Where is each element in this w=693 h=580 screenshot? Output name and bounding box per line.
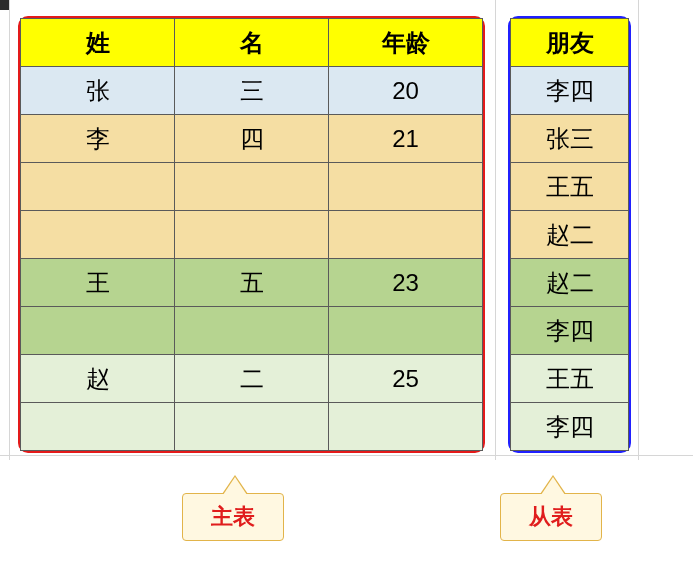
main-cell [329, 403, 483, 451]
main-cell [21, 307, 175, 355]
main-cell: 三 [175, 67, 329, 115]
side-row: 赵二 [511, 259, 629, 307]
main-cell: 20 [329, 67, 483, 115]
main-row: 王五23 [21, 259, 483, 307]
side-row: 王五 [511, 163, 629, 211]
main-table-callout: 主表 [182, 493, 284, 541]
main-cell [175, 211, 329, 259]
main-cell [175, 307, 329, 355]
main-cell [21, 211, 175, 259]
main-row [21, 403, 483, 451]
side-row: 李四 [511, 307, 629, 355]
main-cell: 二 [175, 355, 329, 403]
main-cell [175, 403, 329, 451]
side-cell: 赵二 [511, 259, 629, 307]
side-row: 赵二 [511, 211, 629, 259]
side-header-0: 朋友 [511, 19, 629, 67]
side-table-frame: 朋友李四张三王五赵二赵二李四王五李四 [508, 16, 631, 453]
main-cell [21, 403, 175, 451]
side-table: 朋友李四张三王五赵二赵二李四王五李四 [510, 18, 629, 451]
main-cell: 23 [329, 259, 483, 307]
side-table-callout-label: 从表 [529, 504, 573, 529]
main-row: 赵二25 [21, 355, 483, 403]
main-row [21, 163, 483, 211]
side-cell: 王五 [511, 355, 629, 403]
main-cell: 赵 [21, 355, 175, 403]
side-row: 李四 [511, 403, 629, 451]
main-cell: 25 [329, 355, 483, 403]
main-header-0: 姓 [21, 19, 175, 67]
side-row: 李四 [511, 67, 629, 115]
side-row: 王五 [511, 355, 629, 403]
main-header-1: 名 [175, 19, 329, 67]
main-cell: 张 [21, 67, 175, 115]
main-cell: 王 [21, 259, 175, 307]
main-table-callout-label: 主表 [211, 504, 255, 529]
main-row: 张三20 [21, 67, 483, 115]
side-cell: 李四 [511, 67, 629, 115]
main-cell: 五 [175, 259, 329, 307]
main-cell [329, 211, 483, 259]
side-cell: 赵二 [511, 211, 629, 259]
main-row [21, 307, 483, 355]
main-row [21, 211, 483, 259]
side-cell: 王五 [511, 163, 629, 211]
main-cell [329, 307, 483, 355]
main-cell: 四 [175, 115, 329, 163]
main-table: 姓名年龄张三20李四21王五23赵二25 [20, 18, 483, 451]
main-cell [175, 163, 329, 211]
side-table-callout: 从表 [500, 493, 602, 541]
main-cell [21, 163, 175, 211]
main-header-2: 年龄 [329, 19, 483, 67]
main-table-frame: 姓名年龄张三20李四21王五23赵二25 [18, 16, 485, 453]
main-row: 李四21 [21, 115, 483, 163]
side-cell: 李四 [511, 403, 629, 451]
side-cell: 李四 [511, 307, 629, 355]
main-cell [329, 163, 483, 211]
main-cell: 21 [329, 115, 483, 163]
main-cell: 李 [21, 115, 175, 163]
side-row: 张三 [511, 115, 629, 163]
side-cell: 张三 [511, 115, 629, 163]
